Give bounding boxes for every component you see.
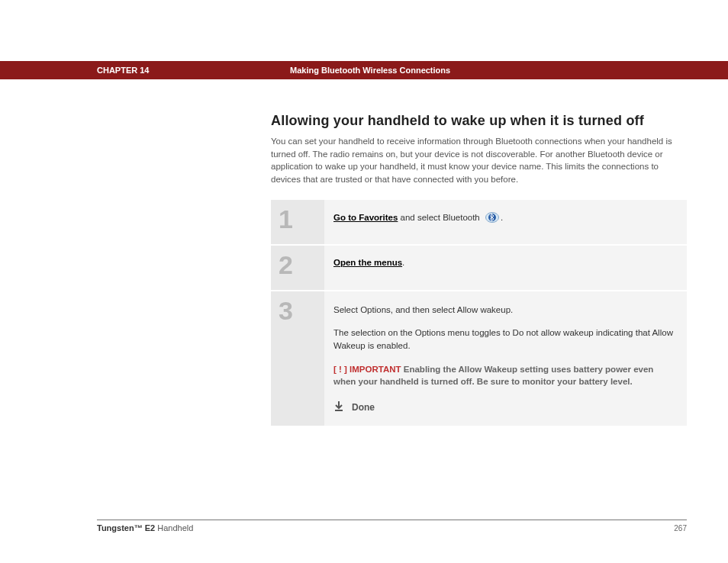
footer-product: Tungsten™ E2 Handheld bbox=[97, 523, 193, 532]
section-title: Allowing your handheld to wake up when i… bbox=[271, 113, 687, 129]
chapter-title: Making Bluetooth Wireless Connections bbox=[290, 66, 687, 75]
header-bar: CHAPTER 14 Making Bluetooth Wireless Con… bbox=[0, 61, 728, 79]
done-row: Done bbox=[333, 401, 675, 413]
step3-text-1: Select Options, and then select Allow wa… bbox=[333, 304, 675, 317]
step-text: and select Bluetooth bbox=[398, 213, 482, 222]
important-note: [ ! ] IMPORTANT Enabling the Allow Wakeu… bbox=[333, 363, 675, 388]
step-body: Select Options, and then select Allow wa… bbox=[324, 291, 687, 426]
done-label: Done bbox=[352, 402, 375, 413]
step-body: Open the menus. bbox=[324, 246, 687, 290]
step-tail: . bbox=[501, 213, 503, 222]
steps-list: 1 Go to Favorites and select Bluetooth . bbox=[271, 200, 687, 426]
step-number: 3 bbox=[279, 298, 324, 323]
done-icon bbox=[333, 401, 344, 413]
step-3: 3 Select Options, and then select Allow … bbox=[271, 290, 687, 426]
footer-product-rest: Handheld bbox=[155, 523, 193, 532]
section-intro: You can set your handheld to receive inf… bbox=[271, 135, 687, 186]
page-number: 267 bbox=[674, 524, 687, 532]
step-number: 2 bbox=[279, 252, 324, 278]
step-number-cell: 3 bbox=[271, 291, 324, 426]
footer-product-bold: Tungsten™ E2 bbox=[97, 523, 155, 532]
step3-text-2: The selection on the Options menu toggle… bbox=[333, 327, 675, 352]
step-number-cell: 1 bbox=[271, 200, 324, 244]
step-tail: . bbox=[402, 258, 404, 267]
step-body: Go to Favorites and select Bluetooth . bbox=[324, 200, 687, 244]
content-column: Allowing your handheld to wake up when i… bbox=[271, 113, 687, 426]
important-tag: [ ! ] IMPORTANT bbox=[333, 365, 401, 374]
go-to-favorites-link[interactable]: Go to Favorites bbox=[333, 213, 398, 222]
step-1: 1 Go to Favorites and select Bluetooth . bbox=[271, 200, 687, 244]
open-the-menus-link[interactable]: Open the menus bbox=[333, 258, 402, 267]
step-2: 2 Open the menus. bbox=[271, 244, 687, 290]
step-number-cell: 2 bbox=[271, 246, 324, 290]
step-number: 1 bbox=[279, 206, 324, 232]
page-footer: Tungsten™ E2 Handheld 267 bbox=[97, 520, 687, 532]
chapter-label: CHAPTER 14 bbox=[97, 66, 290, 75]
page-root: CHAPTER 14 Making Bluetooth Wireless Con… bbox=[0, 0, 728, 563]
bluetooth-icon bbox=[485, 212, 499, 224]
header-bar-inner: CHAPTER 14 Making Bluetooth Wireless Con… bbox=[97, 61, 687, 79]
